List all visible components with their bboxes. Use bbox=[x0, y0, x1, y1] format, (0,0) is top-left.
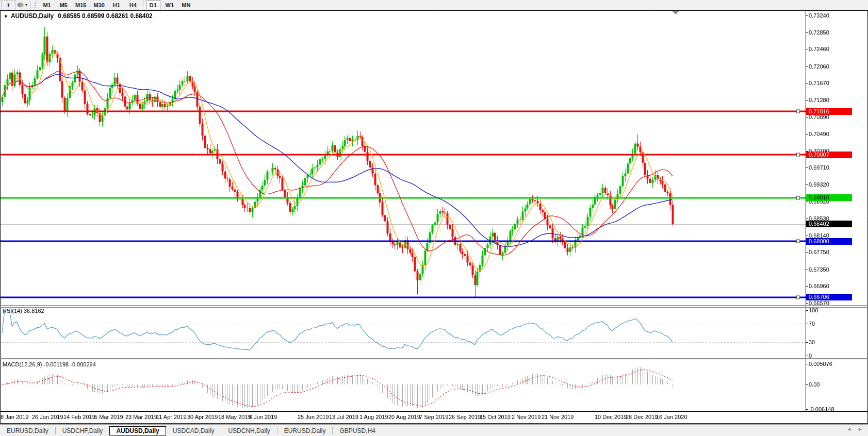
price-tick-label: 0.70490 bbox=[809, 131, 829, 137]
tf-button-m5[interactable]: M5 bbox=[56, 1, 71, 9]
price-tick-label: 0.66570 bbox=[809, 300, 829, 306]
date-axis-label: 30 Apr 2019 bbox=[187, 414, 218, 420]
chart-dropdown-icon[interactable]: ▼ bbox=[4, 14, 8, 19]
tf-button-w1[interactable]: W1 bbox=[162, 1, 177, 9]
price-tick-label: 0.66960 bbox=[809, 283, 829, 289]
chart-ohlc-values: 0.68585 0.68599 0.68261 0.68402 bbox=[58, 12, 153, 20]
price-tick-label: 0.69320 bbox=[809, 181, 829, 188]
date-axis-label: 16 Jan 2020 bbox=[656, 414, 687, 420]
date-axis-label: 26 Jan 2019 bbox=[32, 414, 63, 420]
price-level-tag: 0.70007 bbox=[806, 152, 852, 158]
styles-button[interactable]: ▾ bbox=[18, 3, 27, 7]
price-level-tag: 0.66706 bbox=[806, 294, 852, 300]
price-level-tag: 0.68000 bbox=[806, 238, 852, 245]
price-tick-label: 0.72460 bbox=[809, 46, 829, 52]
date-axis-label: 18 May 2019 bbox=[218, 414, 251, 420]
tab-gbpusd-h4[interactable]: GBPUSD,H4 bbox=[333, 426, 382, 435]
date-axis-label: 23 Mar 2019 bbox=[125, 414, 157, 420]
date-axis-label: 11 Apr 2019 bbox=[156, 414, 187, 420]
macd-tick-label: 0.005076 bbox=[809, 361, 832, 367]
rsi-tick-label: 70 bbox=[809, 321, 815, 327]
date-axis-label: 25 Jun 2019 bbox=[298, 414, 329, 420]
date-axis-label: 26 Sep 2019 bbox=[449, 414, 481, 420]
rsi-tick-label: 30 bbox=[809, 339, 815, 345]
tab-eurusd-daily[interactable]: EURUSD,Daily bbox=[0, 426, 55, 435]
tab-eurusd-daily[interactable]: EURUSD,Daily bbox=[277, 426, 333, 435]
tf-button-d1[interactable]: D1 bbox=[146, 1, 160, 9]
macd-indicator-label: MACD(12,26,9) -0.001198 -0.000294 bbox=[3, 361, 96, 367]
tf-button-m30[interactable]: M30 bbox=[91, 1, 107, 9]
date-axis-label: 1 Aug 2019 bbox=[359, 414, 388, 420]
price-tick-label: 0.73240 bbox=[809, 12, 829, 19]
price-tick-label: 0.69710 bbox=[809, 164, 829, 171]
text-tool-button[interactable]: T bbox=[1, 1, 15, 9]
date-axis-label: 14 Feb 2019 bbox=[63, 414, 95, 420]
tab-scroll-right-icon[interactable]: ► bbox=[858, 426, 863, 432]
toolbar-separator bbox=[143, 0, 143, 7]
tab-scroll-left-icon[interactable]: ◄ bbox=[846, 426, 851, 432]
price-tick-label: 0.68140 bbox=[809, 232, 829, 239]
tf-button-mn[interactable]: MN bbox=[179, 1, 193, 9]
rsi-name: RSI(14) bbox=[3, 308, 22, 314]
tab-scroll-buttons: ◄ ► bbox=[846, 426, 863, 432]
tf-button-h4[interactable]: H4 bbox=[126, 1, 140, 9]
timeframe-buttons: M1M5M15M30H1H4D1W1MN bbox=[39, 0, 194, 10]
current-price-tag: 0.68402 bbox=[806, 221, 852, 227]
price-level-tag: 0.69010 bbox=[806, 194, 852, 201]
date-axis-label: 13 Jul 2019 bbox=[329, 414, 358, 420]
macd-tick-label: -0.006148 bbox=[809, 406, 834, 412]
macd-name: MACD(12,26,9) bbox=[3, 361, 42, 367]
date-axis-label: 15 Oct 2019 bbox=[480, 414, 511, 420]
tab-usdcad-daily[interactable]: USDCAD,Daily bbox=[166, 426, 221, 435]
price-tick-label: 0.72060 bbox=[809, 63, 829, 70]
toolbar-grip[interactable] bbox=[35, 2, 37, 8]
date-axis-label: 28 Dec 2019 bbox=[626, 414, 658, 420]
date-axis-label: 5 Mar 2019 bbox=[94, 414, 123, 420]
tab-usdchf-daily[interactable]: USDCHF,Daily bbox=[56, 426, 110, 435]
price-tick-label: 0.71280 bbox=[809, 97, 829, 103]
macd-values: -0.001198 -0.000294 bbox=[43, 361, 95, 367]
price-tick-label: 0.71670 bbox=[809, 80, 829, 86]
price-tick-label: 0.72850 bbox=[809, 29, 829, 36]
date-axis-label: 8 Jan 2019 bbox=[1, 414, 28, 420]
toolbar-separator bbox=[30, 2, 30, 9]
chart-title: ▼AUDUSD,Daily0.68585 0.68599 0.68261 0.6… bbox=[4, 12, 153, 20]
macd-tick-label: 0.00 bbox=[809, 381, 820, 388]
chevron-down-icon: ▾ bbox=[25, 3, 27, 7]
mt4-window: T ▾ M1M5M15M30H1H4D1W1MN ▼AUDUSD,Daily0.… bbox=[0, 0, 868, 436]
price-tick-label: 0.67350 bbox=[809, 266, 829, 273]
toolbar: T ▾ M1M5M15M30H1H4D1W1MN bbox=[0, 0, 868, 10]
date-axis-label: 7 Sep 2019 bbox=[419, 414, 448, 420]
chart-symbol-label: AUDUSD,Daily bbox=[11, 12, 54, 20]
date-axis-label: 6 Jun 2019 bbox=[249, 414, 277, 420]
tf-button-m15[interactable]: M15 bbox=[73, 1, 89, 9]
chart-tab-bar: EURUSD,DailyUSDCHF,DailyAUDUSD,DailyUSDC… bbox=[0, 424, 868, 436]
chart-canvas[interactable] bbox=[0, 0, 868, 436]
rsi-value: 36.8162 bbox=[24, 308, 44, 314]
rsi-indicator-label: RSI(14) 36.8162 bbox=[3, 308, 44, 314]
date-axis-label: 2 Nov 2019 bbox=[512, 414, 541, 420]
tab-audusd-daily[interactable]: AUDUSD,Daily bbox=[109, 426, 166, 435]
tf-button-h1[interactable]: H1 bbox=[109, 1, 124, 9]
tab-usdcnh-daily[interactable]: USDCNH,Daily bbox=[221, 426, 276, 435]
date-axis-label: 10 Dec 2019 bbox=[595, 414, 627, 420]
rsi-tick-label: 100 bbox=[809, 307, 818, 313]
rsi-tick-label: 0 bbox=[809, 353, 812, 359]
date-axis-label: 20 Aug 2019 bbox=[388, 414, 420, 420]
price-tick-label: 0.67750 bbox=[809, 249, 829, 255]
tf-button-m1[interactable]: M1 bbox=[40, 1, 54, 9]
price-level-tag: 0.71016 bbox=[806, 108, 852, 115]
date-axis-label: 21 Nov 2019 bbox=[542, 414, 574, 420]
